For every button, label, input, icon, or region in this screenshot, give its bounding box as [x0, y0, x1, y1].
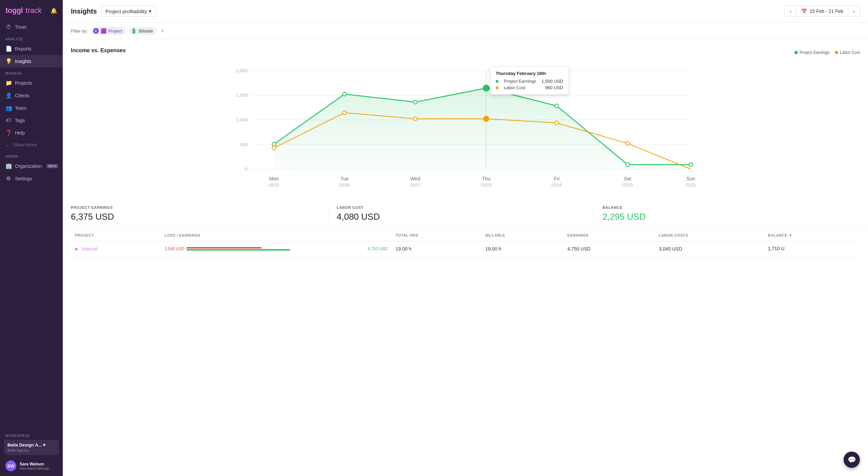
sidebar: toggl track 🔔 ⏱ Timer ANALYZE 📄 Reports …	[0, 0, 63, 476]
earnings-dot-fri	[555, 104, 558, 108]
col-loss-earnings: LOSS / EARNINGS	[160, 229, 391, 241]
timer-icon: ⏱	[5, 24, 12, 30]
chat-fab-button[interactable]: 💬	[844, 452, 860, 468]
svg-text:02/16: 02/16	[339, 183, 350, 187]
date-prev-button[interactable]: ‹	[785, 6, 796, 17]
sidebar-item-help[interactable]: ❓ Help	[0, 126, 63, 139]
table-header: PROJECT LOSS / EARNINGS TOTAL HRS BILLAB…	[71, 229, 860, 241]
project-dot	[75, 248, 78, 251]
svg-text:02/17: 02/17	[410, 183, 421, 187]
date-range-display: 📅 15 Feb - 21 Feb	[796, 6, 848, 17]
logo-area: toggl track 🔔	[0, 0, 63, 20]
filter-clear-button[interactable]: ×	[161, 28, 164, 34]
sidebar-item-organization[interactable]: 🏢 Organization Beta	[0, 160, 63, 172]
report-selector-label: Project profitability	[105, 8, 147, 14]
chart-title: Income vs. Expenses	[71, 47, 126, 54]
calendar-icon: 📅	[801, 8, 807, 14]
balance-col-label: BALANCE	[768, 233, 788, 237]
col-project: PROJECT	[71, 229, 160, 241]
table-section: PROJECT LOSS / EARNINGS TOTAL HRS BILLAB…	[63, 229, 868, 265]
sort-icon[interactable]: ▼	[789, 233, 792, 237]
chevron-icon: ▾	[43, 442, 45, 448]
legend-labor-dot	[835, 51, 838, 54]
stat-project-earnings: PROJECT EARNINGS 6,375 USD	[71, 205, 328, 222]
earnings-dot-sat	[626, 163, 629, 166]
labor-cost-label: LABOR COST	[337, 205, 586, 210]
legend-labor-cost: Labor Cost	[835, 50, 860, 55]
col-earnings: EARNINGS	[563, 229, 655, 241]
data-table: PROJECT LOSS / EARNINGS TOTAL HRS BILLAB…	[71, 229, 860, 257]
svg-text:0: 0	[245, 166, 247, 172]
earnings-dot-sun	[689, 163, 693, 166]
tooltip-row-earnings: Project Earnings 1,500 USD	[496, 79, 563, 84]
sidebar-item-team[interactable]: 👥 Team	[0, 102, 63, 114]
help-icon: ❓	[5, 130, 12, 136]
sidebar-item-settings[interactable]: ⚙ Settings	[0, 172, 63, 185]
sidebar-item-insights[interactable]: 💡 Insights	[0, 55, 63, 67]
earnings-dot-mon	[272, 142, 276, 146]
svg-text:02/15: 02/15	[269, 183, 279, 187]
col-billable: BILLABLE	[481, 229, 564, 241]
sidebar-item-timer[interactable]: ⏱ Timer	[0, 21, 63, 33]
date-next-button[interactable]: ›	[848, 6, 860, 17]
sidebar-item-label: Team	[15, 105, 26, 111]
filter-by-label: Filter by:	[71, 28, 88, 34]
svg-text:Fri: Fri	[554, 176, 559, 181]
svg-text:02/21: 02/21	[686, 183, 696, 187]
manage-section-label: MANAGE	[0, 67, 63, 77]
earnings-bar: 3,040 USD 4,750 USD	[164, 246, 387, 251]
chevron-down-icon: ⌄	[5, 142, 9, 147]
tooltip-earnings-value: 1,500 USD	[541, 79, 563, 84]
show-more-button[interactable]: ⌄ Show more	[0, 139, 63, 151]
workspace-sub: Bella Agency	[7, 448, 55, 452]
project-filter-badge: 6	[93, 28, 99, 34]
balance-value: 2,295 USD	[603, 212, 852, 222]
col-total-hrs: TOTAL HRS	[392, 229, 481, 241]
analyze-section-label: ANALYZE	[0, 33, 63, 42]
user-info: Sara Watson sara.watson@toggl...	[20, 462, 57, 470]
sidebar-item-reports[interactable]: 📄 Reports	[0, 42, 63, 55]
main-header: Insights Project profitability ▾ ‹ 📅 15 …	[63, 0, 868, 23]
project-earnings-value: 6,375 USD	[71, 212, 320, 222]
report-selector-dropdown[interactable]: Project profitability ▾	[101, 5, 156, 17]
user-email: sara.watson@toggl...	[20, 467, 57, 470]
svg-text:Tue: Tue	[340, 176, 349, 181]
svg-text:Mon: Mon	[269, 176, 279, 181]
chart-svg: 2,000 1,500 1,000 500 0	[71, 63, 860, 192]
stat-labor-cost: LABOR COST 4,080 USD	[328, 205, 594, 222]
project-earnings-label: PROJECT EARNINGS	[71, 205, 320, 210]
workspace-section: WORKSPACE Bella Design A... ▾ Bella Agen…	[0, 431, 63, 457]
chart-tooltip: Thursday February 18th Project Earnings …	[490, 66, 569, 95]
workspace-name-text: Bella Design A...	[7, 442, 42, 448]
stats-row: PROJECT EARNINGS 6,375 USD LABOR COST 4,…	[63, 199, 868, 229]
user-name: Sara Watson	[20, 462, 57, 467]
svg-text:1,500: 1,500	[236, 93, 248, 98]
sidebar-item-tags[interactable]: 🏷 Tags	[0, 114, 63, 126]
billable-chip-icon: 💲	[131, 28, 137, 34]
table-cell-project: Internal	[71, 241, 160, 256]
labor-cost-value: 4,080 USD	[337, 212, 586, 222]
project-name[interactable]: Internal	[82, 246, 98, 252]
tooltip-labor-dot	[496, 86, 498, 89]
labor-dot-mon	[272, 146, 276, 150]
sidebar-item-projects[interactable]: 📁 Projects	[0, 77, 63, 89]
project-filter-chip[interactable]: 6 🟪 Project	[91, 27, 125, 35]
workspace-selector[interactable]: Bella Design A... ▾ Bella Agency	[4, 440, 59, 455]
table-cell-balance: 1,710 U	[764, 241, 860, 256]
sidebar-item-clients[interactable]: 👤 Clients	[0, 89, 63, 102]
settings-icon: ⚙	[5, 175, 12, 182]
date-nav: ‹ 📅 15 Feb - 21 Feb ›	[785, 5, 860, 17]
show-more-label: Show more	[13, 142, 37, 147]
notification-bell-icon[interactable]: 🔔	[51, 7, 57, 14]
insights-icon: 💡	[5, 58, 12, 64]
svg-text:02/20: 02/20	[622, 183, 633, 187]
svg-text:Sun: Sun	[687, 176, 695, 181]
chevron-down-icon: ▾	[149, 8, 152, 14]
sidebar-item-label: Clients	[15, 93, 29, 98]
chart-section: Income vs. Expenses Project Earnings Lab…	[63, 39, 868, 199]
labor-dot-sat	[626, 141, 629, 145]
billable-filter-chip[interactable]: 💲 Billable	[129, 27, 156, 35]
user-profile[interactable]: SW Sara Watson sara.watson@toggl...	[0, 457, 63, 476]
project-chip-label: Project	[108, 28, 122, 34]
projects-icon: 📁	[5, 80, 12, 86]
